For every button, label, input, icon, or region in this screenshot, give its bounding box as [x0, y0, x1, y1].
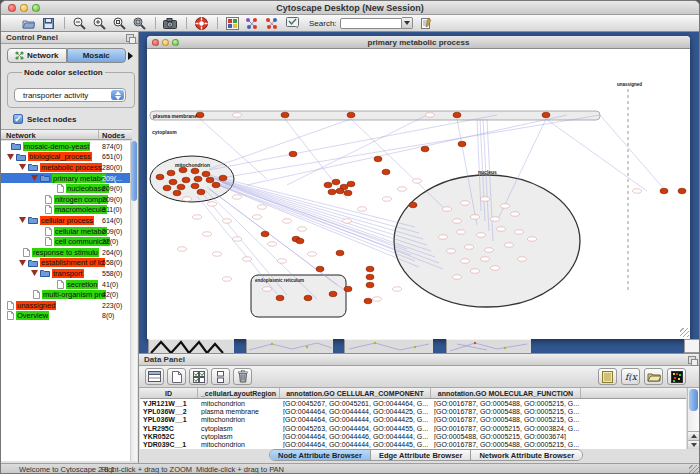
gene-label-node[interactable]	[528, 237, 537, 241]
gene-label-node[interactable]	[457, 230, 466, 234]
gene-node[interactable]	[344, 190, 352, 196]
tree-row-mosaic-demo-yeast[interactable]: mosaic-demo-yeast874(0)	[1, 141, 132, 152]
gene-label-node[interactable]	[518, 257, 527, 261]
gene-label-node[interactable]	[485, 248, 494, 252]
gene-label-node[interactable]	[426, 113, 435, 117]
gene-label-node[interactable]	[193, 215, 202, 219]
tree-row-macromolecule[interactable]: macromolecule311(0)	[1, 205, 132, 216]
background-window-fragment[interactable]	[148, 339, 234, 353]
node-color-dropdown[interactable]: transporter activity	[14, 88, 126, 102]
gene-label-node[interactable]	[511, 212, 520, 216]
gene-node[interactable]	[329, 291, 337, 297]
resize-grip[interactable]	[689, 465, 699, 474]
gene-label-node[interactable]	[453, 275, 462, 279]
attribute-table[interactable]: ID_cellularLayoutRegionannotation.GO CEL…	[140, 388, 686, 449]
gene-label-node[interactable]	[358, 207, 367, 211]
expand-arrow-icon[interactable]	[19, 164, 26, 170]
tree-row-cell-communicat[interactable]: cell communicat22(0)	[1, 236, 132, 247]
scroll-down-icon[interactable]	[688, 440, 700, 449]
delete-attribute-trash-icon[interactable]	[233, 368, 252, 385]
table-scrollbar[interactable]	[687, 388, 699, 449]
gene-label-node[interactable]	[383, 197, 392, 201]
table-row-ydr039c-1[interactable]: YDR039C__1mitochondrion[GO:0044464, GO:0…	[140, 440, 686, 448]
select-attributes-icon[interactable]	[189, 368, 208, 385]
background-window-fragment[interactable]	[246, 339, 333, 353]
gene-node[interactable]	[347, 181, 355, 187]
gene-label-node[interactable]	[471, 269, 480, 273]
gene-label-node[interactable]	[481, 197, 490, 201]
gene-node[interactable]	[296, 238, 304, 244]
gene-label-node[interactable]	[268, 242, 277, 246]
gene-node[interactable]	[347, 112, 355, 118]
tree-row-nucleobase[interactable]: nucleobase-209(0)	[1, 183, 132, 194]
gene-label-node[interactable]	[443, 207, 452, 211]
expand-arrow-icon[interactable]	[7, 154, 14, 160]
net-minimize-button[interactable]	[162, 39, 169, 46]
gene-node[interactable]	[261, 231, 269, 237]
gene-node[interactable]	[196, 112, 204, 118]
gene-label-node[interactable]	[343, 219, 352, 223]
tree-row-cellular-metabo[interactable]: cellular metabo209(0)	[1, 226, 132, 237]
gene-node[interactable]	[458, 141, 466, 147]
gene-node[interactable]	[421, 146, 429, 152]
column-header-cellularlayoutregion[interactable]: _cellularLayoutRegion	[198, 388, 280, 398]
snapshot-camera-icon[interactable]	[161, 16, 179, 31]
gene-node[interactable]	[177, 184, 185, 190]
search-input[interactable]	[340, 18, 402, 29]
gene-node[interactable]	[678, 188, 686, 194]
annotation-select-icon[interactable]	[283, 16, 301, 31]
gene-node[interactable]	[344, 286, 352, 292]
gene-node[interactable]	[156, 174, 164, 180]
gene-node[interactable]	[328, 189, 336, 195]
expand-arrow-icon[interactable]	[19, 217, 26, 223]
zoom-fit-icon[interactable]	[130, 16, 148, 31]
import-attributes-folder-icon[interactable]	[644, 368, 663, 385]
gene-label-node[interactable]	[213, 252, 222, 256]
tree-row-primary-metabo[interactable]: primary metabo209(...	[1, 173, 132, 184]
gene-node[interactable]	[289, 151, 297, 157]
gene-label-node[interactable]	[497, 227, 506, 231]
gene-label-node[interactable]	[373, 297, 382, 301]
table-row-ykr052c[interactable]: YKR052Ccytoplasm[GO:0044464, GO:0044446,…	[140, 432, 686, 440]
gene-node[interactable]	[660, 188, 668, 194]
gene-label-node[interactable]	[501, 204, 510, 208]
save-session-icon[interactable]	[39, 16, 57, 31]
gene-label-node[interactable]	[223, 219, 232, 223]
gene-node[interactable]	[332, 179, 340, 185]
gene-node[interactable]	[281, 112, 289, 118]
control-panel-scrollbar[interactable]	[130, 141, 137, 461]
gene-node[interactable]	[366, 274, 374, 280]
gene-label-node[interactable]	[471, 215, 480, 219]
gene-node[interactable]	[197, 189, 205, 195]
open-file-icon[interactable]	[19, 16, 37, 31]
gene-label-node[interactable]	[258, 205, 267, 209]
gene-label-node[interactable]	[477, 233, 486, 237]
tree-row-secretion[interactable]: secretion41(0)	[1, 279, 132, 290]
new-attribute-icon[interactable]	[167, 368, 186, 385]
tree-row-response-to-stimulu[interactable]: response to stimulu264(0)	[1, 247, 132, 258]
gene-label-node[interactable]	[481, 257, 490, 261]
gene-label-node[interactable]	[515, 230, 524, 234]
gene-node[interactable]	[191, 183, 199, 189]
zoom-in-icon[interactable]	[90, 16, 108, 31]
gene-label-node[interactable]	[398, 187, 407, 191]
tree-row-transport[interactable]: transport558(0)	[1, 268, 132, 279]
gene-node[interactable]	[336, 188, 344, 194]
gene-label-node[interactable]	[243, 257, 252, 261]
gene-node[interactable]	[316, 266, 324, 272]
unselect-attributes-icon[interactable]	[211, 368, 230, 385]
gene-node[interactable]	[173, 190, 181, 196]
expand-arrow-icon[interactable]	[31, 270, 38, 276]
minimize-button[interactable]	[20, 4, 28, 12]
tree-row-nitrogen-compo[interactable]: nitrogen compo209(0)	[1, 194, 132, 205]
gene-label-node[interactable]	[233, 113, 242, 117]
gene-label-node[interactable]	[183, 197, 192, 201]
gene-node[interactable]	[366, 266, 374, 272]
matrix-heatmap-icon[interactable]	[667, 368, 686, 385]
table-row-ypl036w-1[interactable]: YPL036W__1mitochondrion[GO:0044464, GO:0…	[140, 416, 686, 424]
gene-node[interactable]	[374, 156, 382, 162]
gene-label-node[interactable]	[491, 266, 500, 270]
configure-search-icon[interactable]	[418, 16, 436, 31]
gene-node[interactable]	[542, 112, 550, 118]
column-header-annotation-go-cellular-component[interactable]: annotation.GO CELLULAR_COMPONENT	[280, 388, 431, 398]
